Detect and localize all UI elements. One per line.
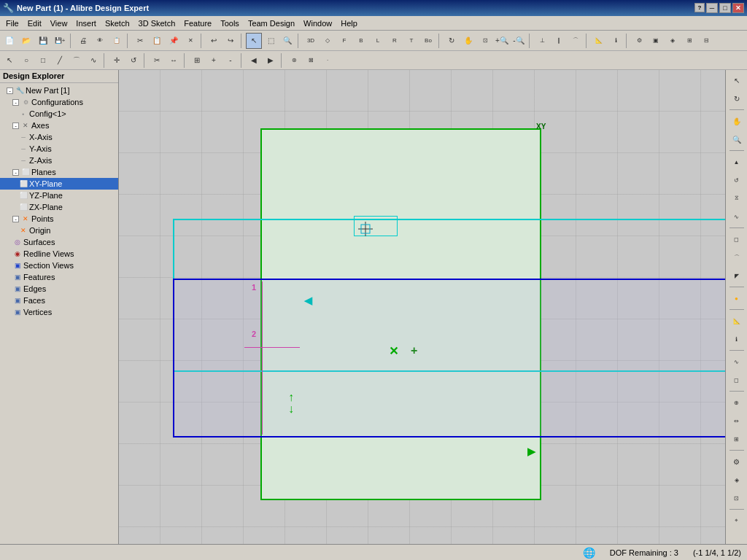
prev-view-btn[interactable]: ◀: [246, 52, 262, 69]
save-btn[interactable]: 💾: [35, 33, 51, 49]
rt-mirror-btn[interactable]: ⇔: [728, 412, 746, 429]
rotate-sketch-btn[interactable]: ↺: [125, 52, 142, 69]
zoom-out-btn[interactable]: -🔍: [511, 33, 527, 49]
menu-feature[interactable]: Feature: [179, 18, 216, 29]
properties-btn[interactable]: ℹ: [608, 33, 624, 49]
constraint-btn3[interactable]: ⌒: [568, 33, 584, 49]
rt-loft-btn[interactable]: ⧖: [728, 190, 746, 207]
menu-teamdesign[interactable]: Team Design: [244, 18, 299, 29]
rt-revolve-btn[interactable]: ↺: [728, 171, 746, 189]
extra-btn2[interactable]: ▣: [648, 33, 664, 49]
menu-sketch[interactable]: Sketch: [101, 18, 134, 29]
delete-btn[interactable]: ✕: [182, 33, 198, 49]
menu-tools[interactable]: Tools: [216, 18, 244, 29]
zoom-in2-btn[interactable]: +: [206, 52, 222, 69]
menu-insert[interactable]: Insert: [71, 18, 101, 29]
tree-root[interactable]: - 🔧 New Part [1]: [0, 85, 118, 96]
title-bar-controls[interactable]: ? ─ □ ✕: [694, 3, 744, 13]
tree-surfaces[interactable]: ◎ Surfaces: [0, 236, 118, 248]
copy-btn[interactable]: 📋: [149, 33, 165, 49]
view-right-btn[interactable]: R: [387, 33, 403, 49]
paste-btn[interactable]: 📌: [166, 33, 182, 49]
tree-zxplane[interactable]: ⬜ ZX-Plane: [0, 201, 118, 213]
point-btn[interactable]: ·: [320, 52, 336, 69]
extra-btn4[interactable]: ⊞: [681, 33, 697, 49]
view-left-btn[interactable]: L: [370, 33, 386, 49]
close-btn[interactable]: ✕: [732, 3, 744, 13]
tree-redline-views[interactable]: ◉ Redline Views: [0, 248, 118, 260]
tree-features[interactable]: ▣ Features: [0, 271, 118, 283]
tree-faces[interactable]: ▣ Faces: [0, 295, 118, 306]
canvas-area[interactable]: XY 1 2 ↑ ↓ ↑ ↓ ✕ +: [119, 70, 725, 544]
rt-surface-btn[interactable]: ◻: [728, 371, 746, 389]
rt-extra1-btn[interactable]: ◈: [728, 471, 746, 489]
menu-file[interactable]: File: [1, 18, 23, 29]
rt-select-btn[interactable]: ↖: [728, 71, 746, 89]
rt-point-btn[interactable]: ●: [728, 289, 746, 307]
print-btn[interactable]: 🖨: [75, 33, 91, 49]
rotate-btn[interactable]: ↻: [444, 33, 460, 49]
draw-arc-btn[interactable]: ⌒: [69, 52, 85, 69]
new-btn[interactable]: 📄: [1, 33, 18, 49]
print-preview-btn[interactable]: 👁: [92, 33, 108, 49]
rt-extra3-btn[interactable]: ⌖: [728, 512, 746, 529]
draw-spline-btn[interactable]: ∿: [85, 52, 101, 69]
tree-yzplane[interactable]: ⬜ YZ-Plane: [0, 190, 118, 201]
menu-3dsketch[interactable]: 3D Sketch: [134, 18, 180, 29]
menu-help[interactable]: Help: [336, 18, 362, 29]
constraint-btn2[interactable]: ∥: [551, 33, 567, 49]
maximize-btn[interactable]: □: [719, 3, 731, 13]
tree-origin[interactable]: ✕ Origin: [0, 225, 118, 236]
menu-edit[interactable]: Edit: [23, 18, 46, 29]
draw-circle-btn[interactable]: ○: [18, 52, 34, 69]
snap-btn1[interactable]: ⊛: [286, 52, 302, 69]
constraint-btn1[interactable]: ⊥: [534, 33, 550, 49]
root-expander[interactable]: -: [7, 88, 13, 94]
config-expander[interactable]: -: [12, 99, 19, 106]
extra-btn1[interactable]: ⚙: [631, 33, 647, 49]
pan-btn[interactable]: ✋: [460, 33, 476, 49]
extend-btn[interactable]: ↔: [166, 52, 182, 69]
rt-info-btn[interactable]: ℹ: [728, 330, 746, 348]
tree-xyplane[interactable]: ⬜ XY-Plane: [0, 178, 118, 190]
tree-xaxis[interactable]: ─ X-Axis: [0, 131, 118, 143]
tree-config1[interactable]: ▪ Config<1>: [0, 108, 118, 120]
rt-extra2-btn[interactable]: ⊡: [728, 489, 746, 507]
publish-btn[interactable]: 📋: [109, 33, 125, 49]
extra-btn5[interactable]: ⊟: [698, 33, 714, 49]
rt-pattern-btn[interactable]: ⊞: [728, 430, 746, 448]
rt-extrude-btn[interactable]: ▲: [728, 153, 746, 171]
view3d-btn[interactable]: 3D: [303, 33, 319, 49]
view-bottom-btn[interactable]: Bo: [420, 33, 436, 49]
select-btn[interactable]: ↖: [246, 33, 262, 49]
trim-btn[interactable]: ✂: [149, 52, 165, 69]
points-expander[interactable]: -: [12, 216, 19, 222]
view-back-btn[interactable]: B: [353, 33, 369, 49]
tree-zaxis[interactable]: ─ Z-Axis: [0, 155, 118, 166]
help-btn[interactable]: ?: [694, 3, 705, 12]
view-iso-btn[interactable]: ◇: [320, 33, 336, 49]
rt-measure-btn[interactable]: 📐: [728, 312, 746, 330]
next-view-btn[interactable]: ▶: [263, 52, 279, 69]
tree-edges[interactable]: ▣ Edges: [0, 283, 118, 295]
rt-zoom-btn[interactable]: 🔍: [728, 131, 746, 148]
rt-curve-btn[interactable]: ∿: [728, 353, 746, 370]
zoom-fit2-btn[interactable]: ⊞: [189, 52, 205, 69]
tree-planes[interactable]: - ⬜ Planes: [0, 166, 118, 178]
rt-settings-btn[interactable]: ⚙: [728, 453, 746, 470]
rt-chamfer-btn[interactable]: ◤: [728, 267, 746, 284]
zoom-btn[interactable]: 🔍: [279, 33, 295, 49]
measure-btn[interactable]: 📐: [591, 33, 607, 49]
axes-expander[interactable]: -: [12, 122, 19, 129]
zoom-in-btn[interactable]: +🔍: [494, 33, 510, 49]
view-front-btn[interactable]: F: [336, 33, 352, 49]
redo-btn[interactable]: ↪: [222, 33, 239, 49]
select-tool[interactable]: ↖: [1, 52, 18, 69]
move-btn[interactable]: ✛: [109, 52, 125, 69]
zoom-out2-btn[interactable]: -: [222, 52, 239, 69]
rt-sweep-btn[interactable]: ∿: [728, 208, 746, 225]
lasso-btn[interactable]: ⬚: [263, 33, 279, 49]
tree-points[interactable]: - ✕ Points: [0, 213, 118, 225]
planes-expander[interactable]: -: [12, 169, 19, 176]
tree-axes[interactable]: - ✕ Axes: [0, 120, 118, 131]
